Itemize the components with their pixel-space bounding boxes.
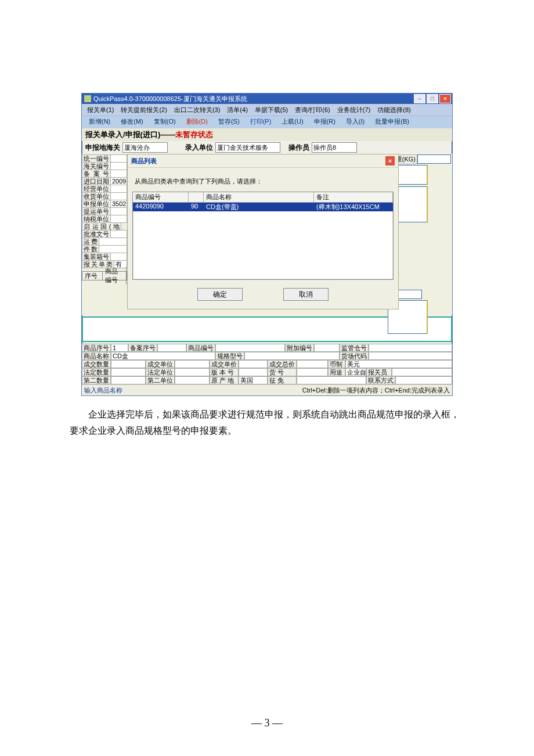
label-unified-no: 统一编号 [82, 154, 111, 163]
menu-function[interactable]: 功能选择(8) [374, 105, 413, 115]
field-warehouse[interactable] [369, 344, 452, 352]
field-import-date[interactable]: 2009012 [111, 177, 127, 185]
field-use[interactable]: 企业自 [345, 368, 366, 376]
label-goods-name2: 商品名称 [82, 352, 111, 360]
field-customs[interactable]: 厦海沧办 [122, 142, 168, 153]
minimize-button[interactable]: – [414, 94, 425, 103]
label-record-no: 备案号 [82, 170, 111, 178]
field-legal-unit[interactable] [175, 368, 210, 376]
field-approval-no[interactable] [111, 230, 127, 238]
field-declare-unit[interactable]: 3502180 [111, 200, 127, 208]
new-button[interactable]: 新增(N) [84, 116, 115, 127]
label-warehouse: 监管仓号 [340, 344, 369, 352]
col-seq: 序号 [82, 272, 103, 280]
menu-transit[interactable]: 转关提前报关(2) [118, 105, 169, 115]
field-add-code[interactable] [314, 344, 340, 352]
status-left: 输入商品名称 [84, 386, 122, 395]
menu-query[interactable]: 查询/打印(6) [292, 105, 333, 115]
menu-declare[interactable]: 报关单(1) [84, 105, 117, 115]
field-levy[interactable] [297, 376, 366, 384]
titlebar: QuickPass4.0-3700000008625-厦门海关通关申报系统 – … [82, 93, 452, 104]
field-no-suffix[interactable] [398, 290, 422, 299]
field-contact[interactable] [395, 376, 452, 384]
batch-button[interactable]: 批量申报(B) [370, 116, 414, 127]
field-tax-unit[interactable] [111, 215, 127, 223]
save-button[interactable]: 暂存(S) [214, 116, 244, 127]
menu-download[interactable]: 单据下载(5) [252, 105, 291, 115]
field-deal-qty[interactable] [111, 360, 146, 368]
detail-grid: 商品序号 1 备案序号 商品编号 附加编号 监管仓号 商品名称 CD盒 规格型号… [82, 344, 452, 384]
label-declare-unit: 申报单位 [82, 200, 111, 208]
field-version[interactable] [239, 368, 268, 376]
field-bill-no[interactable] [111, 207, 127, 215]
field-goods-seq[interactable]: 1 [111, 344, 128, 352]
label-goods-code: 商品编号 [186, 344, 215, 352]
field-record-no[interactable] [111, 170, 127, 178]
ok-button[interactable]: 确定 [197, 288, 243, 301]
grid-row-selected[interactable]: 44209090 90 CD盒(带盖) (榉木制)13X40X15CM [133, 203, 393, 211]
field-goods-name2[interactable]: CD盒 [111, 352, 215, 360]
field-freight[interactable] [99, 237, 127, 246]
copy-button[interactable]: 复制(O) [149, 116, 181, 127]
field-goods-code[interactable] [215, 344, 285, 352]
import-button[interactable]: 导入(I) [341, 116, 369, 127]
upload-button[interactable]: 上载(U) [277, 116, 308, 127]
field-pieces[interactable] [99, 245, 127, 253]
label-spec: 规格型号 [215, 352, 244, 360]
dialog-close-button[interactable]: × [385, 156, 395, 165]
cell-name: CD盒(带盖) [204, 203, 314, 211]
field-container-no[interactable] [111, 253, 127, 261]
field-unified-no[interactable] [111, 154, 127, 163]
delete-button[interactable]: 删除(D) [182, 116, 212, 127]
field-currency[interactable]: 美元 [345, 360, 452, 368]
field-goods-no[interactable] [297, 368, 328, 376]
field-origin[interactable]: 美国 [239, 376, 268, 384]
label-levy: 征 免 [268, 376, 297, 384]
menu-stats[interactable]: 业务统计(7) [334, 105, 373, 115]
declare-button[interactable]: 申报(R) [309, 116, 340, 127]
label-container-no: 集装箱号 [82, 253, 111, 261]
field-yard-code[interactable] [369, 352, 452, 360]
label-yard-code: 货场代码 [340, 352, 369, 360]
label-freight: 运费 [82, 237, 99, 246]
field-second-qty[interactable] [111, 376, 146, 384]
info-row: 申报地海关 厦海沧办 录入单位 厦门金关技术服务 操作员 操作员8 [82, 141, 452, 154]
edit-button[interactable]: 修改(M) [116, 116, 148, 127]
label-bill-no: 提运单号 [82, 207, 111, 215]
field-second-unit[interactable] [175, 376, 210, 384]
field-operator-unit[interactable] [111, 185, 127, 193]
page-number: — 3 — [0, 717, 534, 729]
goods-header: 序号 商品编号 [82, 271, 127, 280]
print-button[interactable]: 打印(P) [246, 116, 276, 127]
field-legal-qty[interactable] [111, 368, 146, 376]
col-goods-code: 商品编号 [133, 192, 189, 202]
cell-code: 44209090 [133, 203, 189, 211]
field-deal-price[interactable] [239, 360, 268, 368]
cancel-button[interactable]: 取消 [283, 288, 329, 301]
maximize-button[interactable]: □ [427, 94, 438, 103]
field-declarer[interactable] [392, 368, 452, 376]
field-record-seq[interactable] [157, 344, 186, 352]
label-record-seq: 备案序号 [128, 344, 157, 352]
goods-grid[interactable]: 商品编号 商品名称 备注 44209090 90 CD盒(带盖) (榉木制)13… [132, 192, 394, 280]
menu-export[interactable]: 出口二次转关(3) [171, 105, 223, 115]
field-operator[interactable]: 操作员8 [312, 142, 357, 153]
field-deal-total[interactable] [297, 360, 328, 368]
section-title: 报关单录入/申报(进口)——未暂存状态 [82, 128, 452, 141]
field-receiver[interactable] [111, 192, 127, 200]
menubar: 报关单(1) 转关提前报关(2) 出口二次转关(3) 清单(4) 单据下载(5)… [82, 104, 452, 116]
field-customs-no[interactable] [111, 162, 127, 170]
field-weight[interactable] [417, 154, 451, 164]
label-import-date: 进口日期 [82, 177, 111, 185]
menu-list[interactable]: 清单(4) [224, 105, 250, 115]
field-spec[interactable] [244, 352, 340, 360]
label-legal-unit: 法定单位 [146, 368, 175, 376]
field-entry-unit[interactable]: 厦门金关技术服务 [215, 142, 280, 153]
close-button[interactable]: × [439, 94, 451, 103]
field-deal-unit[interactable] [175, 360, 210, 368]
label-declarer: 报关员 [366, 368, 392, 376]
label-origin-country: 启运国(地区) [82, 222, 121, 231]
label-second-unit: 第二单位 [146, 376, 175, 384]
label-version: 版 本 号 [210, 368, 239, 376]
label-goods-no: 货 号 [268, 368, 297, 376]
